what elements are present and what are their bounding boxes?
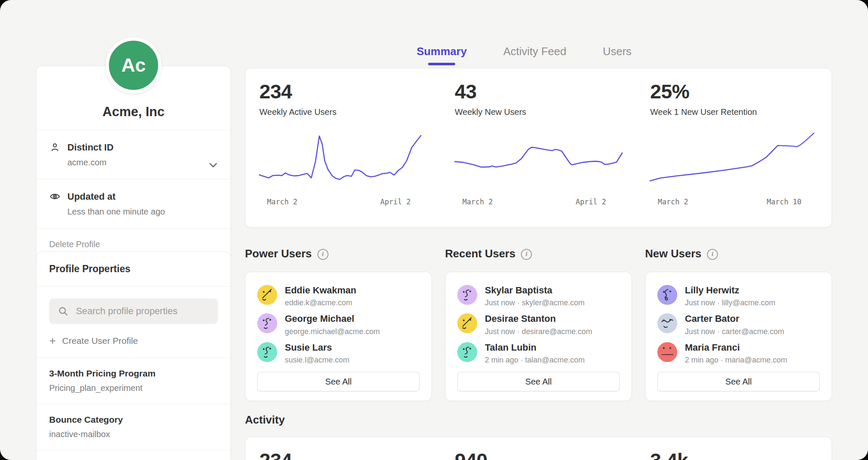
user-detail: Just now · carter@acme.com bbox=[685, 327, 784, 336]
tab-label: Activity Feed bbox=[503, 45, 566, 58]
profile-properties-card: Profile Properties + Create User Profile… bbox=[36, 251, 231, 460]
user-name: Susie Lars bbox=[285, 342, 349, 353]
stat-value: 25% bbox=[650, 81, 818, 102]
tab-users[interactable]: Users bbox=[603, 45, 632, 65]
recent-users-card: Skylar Baptista Just now · skyler@acme.c… bbox=[445, 272, 632, 401]
sparkline-weekly-active-users bbox=[259, 128, 427, 192]
sparkline-path bbox=[650, 146, 778, 181]
sparkline-week1-retention bbox=[650, 128, 818, 192]
tab-bar: Summary Activity Feed Users bbox=[231, 45, 818, 65]
stat-value: 940 bbox=[455, 450, 622, 460]
tab-label: Summary bbox=[417, 45, 467, 58]
activity-section-title: Activity bbox=[245, 413, 285, 427]
user-row[interactable]: Carter Bator Just now · carter@acme.com bbox=[657, 313, 820, 336]
activity-stat: 3.4k bbox=[636, 450, 832, 460]
user-name: Eddie Kwakman bbox=[285, 285, 356, 296]
create-user-profile-button[interactable]: + Create User Profile bbox=[49, 336, 218, 346]
property-value: inactive-mailbox bbox=[49, 429, 218, 439]
activity-stat: 234 bbox=[245, 450, 441, 460]
user-name: Carter Bator bbox=[685, 313, 784, 324]
user-row[interactable]: Lilly Herwitz Just now · lilly@acme.com bbox=[657, 285, 820, 307]
user-name: Desirae Stanton bbox=[485, 313, 592, 324]
x-axis-start: March 2 bbox=[267, 198, 298, 206]
avatar: Ac bbox=[106, 37, 161, 93]
user-avatar bbox=[457, 285, 477, 305]
user-sections: Power Users i Eddie Kwakman eddie.k@acme… bbox=[245, 247, 832, 401]
tab-activity-feed[interactable]: Activity Feed bbox=[503, 45, 566, 65]
new-users-card: Lilly Herwitz Just now · lilly@acme.com … bbox=[645, 272, 832, 401]
property-value: Pricing_plan_experiment bbox=[49, 383, 218, 393]
user-avatar bbox=[657, 342, 677, 362]
eye-icon bbox=[49, 191, 61, 202]
stat-label: Week 1 New User Retention bbox=[650, 107, 818, 117]
stat-value: 3.4k bbox=[650, 450, 818, 460]
user-row[interactable]: Skylar Baptista Just now · skyler@acme.c… bbox=[457, 285, 620, 307]
info-icon[interactable]: i bbox=[521, 249, 532, 260]
user-row[interactable]: Susie Lars susie.l@acme.com bbox=[257, 342, 420, 365]
user-name: Skylar Baptista bbox=[485, 285, 584, 296]
user-row[interactable]: George Michael george.michael@acme.com bbox=[257, 313, 420, 336]
updated-at-row: Updated at Less than one minute ago bbox=[36, 179, 231, 228]
property-label: 3-Month Pricing Program bbox=[49, 368, 218, 379]
user-detail: Just now · skyler@acme.com bbox=[485, 298, 584, 307]
see-all-button[interactable]: See All bbox=[657, 372, 820, 391]
user-detail: 2 min ago · maria@acme.com bbox=[685, 356, 787, 365]
activity-stat: 940 bbox=[441, 450, 636, 460]
field-value: acme.com bbox=[67, 158, 218, 167]
section-recent-users: Recent Users i Skylar Baptista Just now … bbox=[445, 247, 632, 401]
user-detail: eddie.k@acme.com bbox=[285, 298, 356, 307]
tab-summary[interactable]: Summary bbox=[417, 45, 467, 65]
distinct-id-row[interactable]: Distinct ID acme.com bbox=[36, 130, 231, 179]
activity-card: 234 940 3.4k bbox=[245, 437, 832, 460]
create-user-profile-label: Create User Profile bbox=[62, 336, 138, 346]
property-row[interactable]: Bounce Category inactive-mailbox bbox=[36, 404, 231, 450]
user-detail: 2 min ago · talan@acme.com bbox=[485, 356, 584, 365]
field-label: Distinct ID bbox=[67, 142, 114, 153]
stat-label: Weekly Active Users bbox=[259, 107, 427, 117]
sparkline-path bbox=[455, 148, 622, 167]
person-icon bbox=[49, 142, 61, 153]
user-detail: susie.l@acme.com bbox=[285, 356, 349, 365]
search-profile-properties[interactable] bbox=[49, 298, 218, 324]
power-users-card: Eddie Kwakman eddie.k@acme.com George Mi… bbox=[245, 272, 432, 401]
see-all-button[interactable]: See All bbox=[457, 372, 620, 391]
x-axis-labels: March 2 March 10 bbox=[650, 198, 818, 206]
user-row[interactable]: Eddie Kwakman eddie.k@acme.com bbox=[257, 285, 420, 307]
user-row[interactable]: Maria Franci 2 min ago · maria@acme.com bbox=[657, 342, 820, 365]
user-row[interactable]: Talan Lubin 2 min ago · talan@acme.com bbox=[457, 342, 620, 365]
user-detail: george.michael@acme.com bbox=[285, 327, 380, 336]
property-row[interactable]: 3-Month Pricing Program Pricing_plan_exp… bbox=[36, 357, 231, 404]
x-axis-end: April 2 bbox=[380, 198, 411, 206]
stat-label: Weekly New Users bbox=[455, 107, 622, 117]
company-name: Acme, Inc bbox=[103, 104, 164, 120]
info-icon[interactable]: i bbox=[317, 249, 328, 260]
section-new-users: New Users i Lilly Herwitz Just now · lil… bbox=[645, 247, 832, 401]
user-name: Talan Lubin bbox=[485, 342, 584, 353]
info-icon[interactable]: i bbox=[707, 249, 718, 260]
user-avatar bbox=[457, 313, 477, 333]
x-axis-end: March 10 bbox=[767, 198, 801, 206]
x-axis-labels: March 2 April 2 bbox=[455, 198, 622, 206]
user-row[interactable]: Desirae Stanton Just now · desirare@acme… bbox=[457, 313, 620, 336]
search-input[interactable] bbox=[75, 305, 209, 317]
chevron-down-icon[interactable] bbox=[208, 159, 219, 170]
see-all-button[interactable]: See All bbox=[257, 372, 420, 391]
user-detail: Just now · desirare@acme.com bbox=[485, 327, 592, 336]
sparkline-path bbox=[259, 136, 421, 180]
profile-card: Acme, Inc Distinct ID acme.com Updated a… bbox=[36, 66, 231, 261]
user-avatar bbox=[257, 342, 277, 362]
property-row[interactable]: Browser Chrome bbox=[36, 450, 231, 460]
sparkline-weekly-new-users bbox=[455, 128, 622, 192]
stat-week1-retention: 25% Week 1 New User Retention March 2 Ma… bbox=[636, 81, 832, 215]
x-axis-start: March 2 bbox=[658, 198, 688, 206]
plus-icon: + bbox=[49, 337, 56, 345]
section-title: Recent Users bbox=[445, 247, 515, 260]
x-axis-end: April 2 bbox=[576, 198, 606, 206]
section-title: Power Users bbox=[245, 247, 312, 260]
user-detail: Just now · lilly@acme.com bbox=[685, 298, 775, 307]
section-power-users: Power Users i Eddie Kwakman eddie.k@acme… bbox=[245, 247, 432, 401]
profile-dashboard: Ac Acme, Inc Distinct ID acme.com bbox=[0, 0, 868, 460]
user-avatar bbox=[257, 313, 277, 333]
stat-value: 43 bbox=[455, 81, 622, 102]
search-icon bbox=[58, 306, 69, 317]
